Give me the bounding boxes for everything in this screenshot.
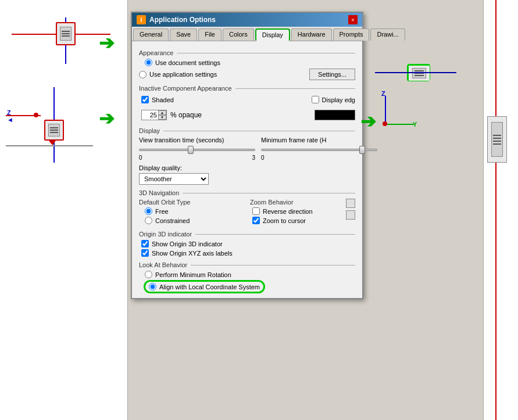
- middle-icon-box: [44, 120, 64, 141]
- radio-free-input[interactable]: [145, 207, 152, 215]
- min-frame-track[interactable]: [261, 145, 377, 155]
- radio-constrained-label: Constrained: [155, 217, 190, 224]
- appearance-divider: Appearance: [139, 49, 355, 56]
- radio-min-rotation-input[interactable]: [145, 271, 152, 278]
- nav3d-line: [183, 193, 355, 193]
- lookat-divider: Look At Behavior: [139, 261, 355, 268]
- radio-app-input[interactable]: [139, 71, 147, 78]
- zoom-icon-1: [346, 199, 355, 208]
- spin-up[interactable]: ▲: [158, 110, 166, 115]
- zoom-label: Zoom Behavior: [250, 199, 313, 206]
- reverse-checkbox[interactable]: [252, 207, 260, 215]
- show-origin-label: Show Origin 3D indicator: [152, 240, 223, 247]
- tab-save[interactable]: Save: [170, 28, 197, 41]
- min-frame-thumb[interactable]: [359, 146, 365, 154]
- checkbox-zoom-cursor[interactable]: Zoom to cursor: [252, 217, 313, 224]
- close-button[interactable]: ×: [348, 15, 358, 24]
- display-edge-label: Display edg: [322, 96, 355, 103]
- quality-select[interactable]: Smoother Faster Balanced: [139, 173, 209, 185]
- radio-document-input[interactable]: [145, 59, 152, 66]
- vt-min: 0: [139, 155, 142, 161]
- quality-row: Display quality: Smoother Faster Balance…: [139, 164, 355, 185]
- spin-down[interactable]: ▼: [158, 115, 166, 120]
- view-transition-label: View transition time (seconds): [139, 137, 255, 143]
- view-transition-track[interactable]: [139, 145, 255, 155]
- mf-min: 0: [261, 155, 265, 161]
- far-right-icon: [487, 116, 507, 163]
- radio-constrained-input[interactable]: [145, 217, 152, 224]
- tab-display[interactable]: Display: [255, 28, 290, 41]
- opaque-label: % opaque: [170, 111, 202, 119]
- radio-use-app[interactable]: Use application settings: [139, 71, 217, 78]
- radio-free[interactable]: Free: [145, 207, 244, 215]
- show-origin-checkbox[interactable]: [141, 240, 149, 247]
- dialog-title: Application Options: [149, 16, 216, 24]
- radio-app-label: Use application settings: [149, 71, 217, 78]
- opaque-input[interactable]: 25: [142, 111, 158, 119]
- left-arrow-2: ➔: [99, 107, 115, 130]
- min-frame-vals: 0: [261, 155, 377, 161]
- spin-buttons: ▲ ▼: [158, 110, 166, 120]
- zoom-icon-2: [346, 210, 355, 220]
- tab-hardware[interactable]: Hardware: [291, 28, 332, 41]
- left-drawing-panel: Z ◄: [0, 0, 128, 420]
- shaded-label: Shaded: [152, 96, 174, 103]
- zoom-cursor-checkbox[interactable]: [252, 217, 260, 224]
- zoom-col: Zoom Behavior Reverse direction Zoom to …: [250, 199, 355, 226]
- radio-align-input[interactable]: [149, 283, 156, 290]
- reverse-label: Reverse direction: [263, 208, 313, 215]
- titlebar-left: I Application Options: [137, 15, 216, 24]
- show-axis-checkbox[interactable]: [141, 249, 149, 257]
- appearance-title: Appearance: [139, 49, 173, 56]
- color-swatch[interactable]: [315, 110, 355, 120]
- settings-button[interactable]: Settings...: [309, 69, 355, 80]
- origin-title: Origin 3D indicator: [139, 231, 192, 238]
- view-transition-track-inner: [139, 149, 255, 151]
- radio-min-rotation[interactable]: Perform Minimum Rotation: [145, 271, 355, 278]
- top-icon-box: [56, 22, 76, 45]
- sliders-row: View transition time (seconds) 0 3 Minim…: [139, 137, 355, 161]
- radio-use-document[interactable]: Use document settings: [145, 59, 355, 66]
- radio-constrained[interactable]: Constrained: [145, 217, 244, 224]
- center-arrow: ➔: [360, 110, 376, 132]
- orbit-col: Default Orbit Type Free Constrained: [139, 199, 244, 226]
- view-transition-thumb[interactable]: [188, 146, 194, 154]
- checkbox-show-origin[interactable]: Show Origin 3D indicator: [141, 240, 355, 247]
- vt-mid: 3: [252, 155, 255, 161]
- opaque-input-wrap[interactable]: 25 ▲ ▼: [141, 110, 167, 120]
- tab-general[interactable]: General: [133, 28, 169, 41]
- app-icon: I: [137, 15, 146, 24]
- radio-align[interactable]: Align with Local Coordinate System: [149, 283, 260, 290]
- tab-file[interactable]: File: [198, 28, 222, 41]
- lookat-line: [191, 265, 355, 265]
- nav3d-cols: Default Orbit Type Free Constrained Zoom…: [139, 199, 355, 226]
- tab-prompts[interactable]: Prompts: [333, 28, 370, 41]
- dialog-titlebar: I Application Options ×: [132, 13, 362, 27]
- lookat-title: Look At Behavior: [139, 261, 187, 268]
- view-transition-vals: 0 3: [139, 155, 255, 161]
- quality-label: Display quality:: [139, 164, 355, 171]
- dialog-content: Appearance Use document settings Use app…: [132, 41, 362, 298]
- left-arrow-1: ➔: [99, 32, 115, 54]
- settings-row: Use application settings Settings...: [139, 69, 355, 80]
- align-highlight-box: Align with Local Coordinate System: [144, 280, 265, 293]
- shaded-checkbox[interactable]: [141, 96, 149, 103]
- inactive-line: [235, 88, 355, 89]
- radio-free-label: Free: [155, 208, 169, 215]
- inactive-divider: Inactive Component Appearance: [139, 85, 355, 92]
- checkbox-show-axis[interactable]: Show Origin XYZ axis labels: [141, 249, 355, 257]
- min-frame-section: Minimum frame rate (H 0: [261, 137, 377, 161]
- display-edge-checkbox[interactable]: [312, 96, 319, 103]
- nav3d-title: 3D Navigation: [139, 189, 179, 196]
- checkbox-reverse[interactable]: Reverse direction: [252, 207, 313, 215]
- zoom-cursor-label: Zoom to cursor: [263, 217, 306, 224]
- appearance-line: [177, 53, 355, 53]
- right-drawing-panel: [483, 0, 518, 420]
- min-frame-label: Minimum frame rate (H: [261, 137, 377, 143]
- tab-colors[interactable]: Colors: [223, 28, 254, 41]
- tab-drawing[interactable]: Drawi...: [370, 28, 405, 41]
- checkbox-display-edge[interactable]: Display edg: [312, 96, 355, 103]
- origin-line: [195, 234, 355, 235]
- inactive-title: Inactive Component Appearance: [139, 85, 232, 92]
- checkbox-shaded[interactable]: Shaded: [141, 96, 174, 103]
